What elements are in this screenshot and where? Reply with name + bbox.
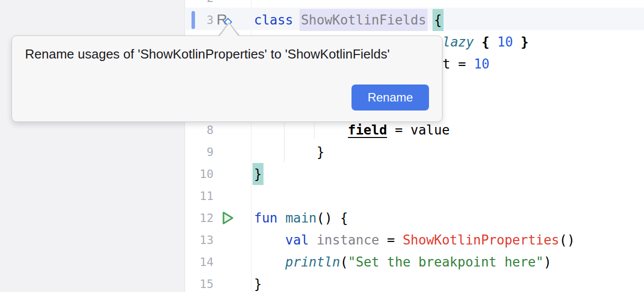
token: val — [286, 232, 309, 248]
token: { — [482, 34, 490, 50]
token — [490, 34, 498, 50]
token: println — [286, 254, 340, 270]
code-text[interactable]: field = value — [348, 119, 450, 141]
token: () — [560, 232, 575, 248]
line-number[interactable]: 3 — [186, 9, 214, 31]
code-line: 11 — [0, 185, 644, 207]
code-text[interactable]: } — [316, 141, 324, 163]
code-line: 3Rclass ShowKotlinFields { — [0, 9, 644, 31]
code-text[interactable]: fun main() { — [254, 207, 348, 229]
token: class — [254, 12, 293, 28]
token: = — [379, 232, 402, 248]
token: 10 — [474, 56, 490, 72]
token: main — [286, 210, 317, 226]
token: fun — [254, 210, 278, 226]
token: instance — [316, 232, 379, 248]
token: () { — [316, 210, 348, 226]
token: = value — [387, 122, 450, 138]
code-line: 14println("Set the breakpoint here") — [0, 251, 644, 273]
line-number[interactable]: 13 — [186, 229, 214, 251]
token: } — [252, 163, 264, 185]
code-text[interactable]: lazy { 10 } — [442, 31, 528, 53]
line-number[interactable]: 15 — [186, 273, 214, 292]
token: } — [254, 276, 262, 292]
code-line: 15} — [0, 273, 644, 292]
token — [309, 232, 317, 248]
token: { — [432, 9, 444, 31]
code-line: 10} — [0, 163, 644, 185]
rename-button[interactable]: Rename — [352, 84, 429, 110]
token — [474, 34, 482, 50]
line-number[interactable]: 12 — [186, 207, 214, 229]
token: ( — [340, 254, 348, 270]
line-number[interactable]: 8 — [186, 119, 214, 141]
token: lazy — [442, 34, 474, 50]
token: field — [348, 122, 387, 138]
token: } — [521, 34, 529, 50]
line-number[interactable]: 10 — [186, 163, 214, 185]
token — [278, 210, 286, 226]
token — [513, 34, 521, 50]
code-text[interactable]: val instance = ShowKotlinProperties() — [286, 229, 575, 251]
code-text[interactable]: class ShowKotlinFields { — [254, 9, 442, 31]
line-number[interactable]: 14 — [186, 251, 214, 273]
rename-message: Rename usages of 'ShowKotlinProperties' … — [25, 46, 390, 62]
code-text[interactable]: println("Set the breakpoint here") — [286, 251, 552, 273]
token: t = — [442, 56, 474, 72]
code-line: 9} — [0, 141, 644, 163]
code-text[interactable]: } — [254, 163, 262, 185]
code-line: 8field = value — [0, 119, 644, 141]
rename-popup: Rename usages of 'ShowKotlinProperties' … — [12, 36, 442, 122]
code-line: 13val instance = ShowKotlinProperties() — [0, 229, 644, 251]
run-icon[interactable] — [222, 210, 234, 226]
token: "Set the breakpoint here" — [348, 254, 544, 270]
token: ShowKotlinProperties — [402, 232, 559, 248]
line-number[interactable]: 9 — [186, 141, 214, 163]
code-text[interactable]: t = 10 — [442, 53, 490, 75]
line-number[interactable]: 11 — [186, 185, 214, 207]
token: } — [316, 144, 324, 160]
code-line: 12fun main() { — [0, 207, 644, 229]
token: ShowKotlinFields — [300, 9, 428, 31]
token: 10 — [498, 34, 513, 50]
popup-arrow-fill — [219, 24, 239, 37]
code-text[interactable]: } — [254, 273, 262, 292]
token: ) — [544, 254, 552, 270]
